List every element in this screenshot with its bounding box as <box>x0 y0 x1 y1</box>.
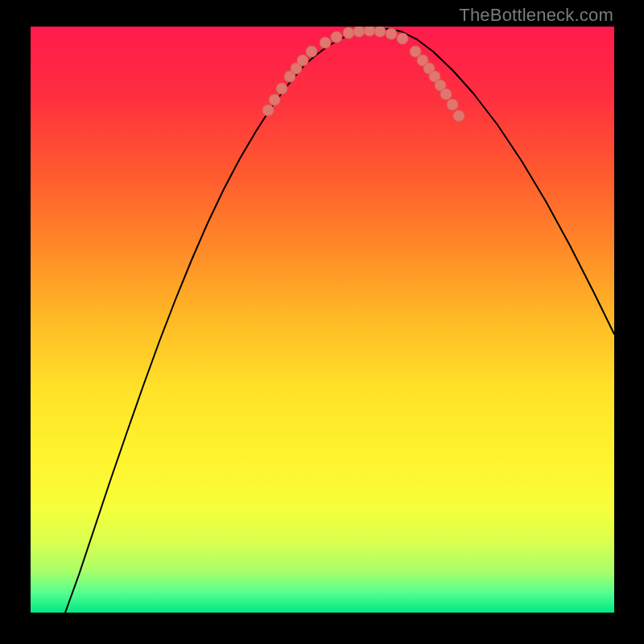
bottleneck-chart <box>31 27 614 613</box>
gradient-background <box>31 27 614 613</box>
data-marker <box>397 33 408 44</box>
data-marker <box>297 55 308 66</box>
data-marker <box>331 31 342 43</box>
data-marker <box>440 89 452 100</box>
watermark-text: TheBottleneck.com <box>459 5 613 26</box>
image-frame: TheBottleneck.com <box>0 0 644 644</box>
data-marker <box>343 27 354 39</box>
data-marker <box>320 37 331 48</box>
data-marker <box>269 94 280 105</box>
data-marker <box>262 105 274 116</box>
data-marker <box>306 46 317 57</box>
data-marker <box>353 27 365 37</box>
data-marker <box>276 83 287 94</box>
data-marker <box>364 27 375 36</box>
data-marker <box>386 28 397 39</box>
data-marker <box>374 27 386 37</box>
data-marker <box>453 110 464 122</box>
data-marker <box>447 99 458 110</box>
